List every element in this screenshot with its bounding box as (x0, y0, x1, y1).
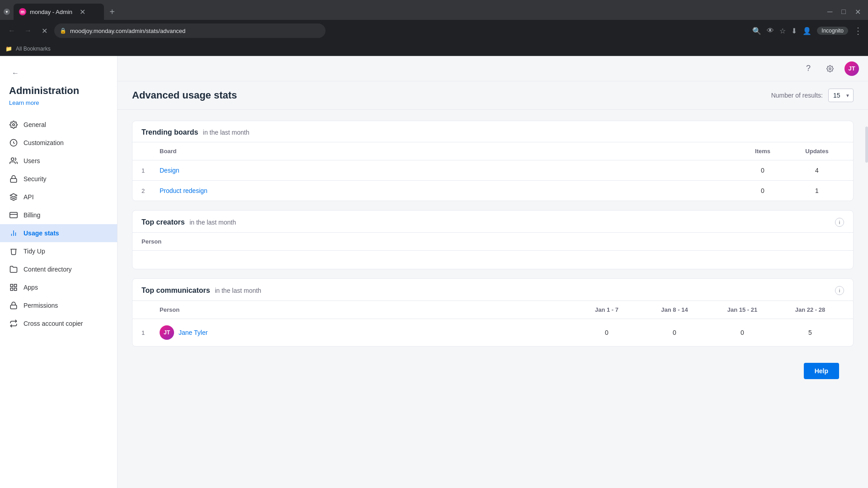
comm-jan15-col: Jan 15 - 21 (708, 306, 776, 313)
security-icon (9, 174, 18, 183)
bookmarks-folder-icon: 📁 (5, 46, 12, 52)
browser-chrome: ▼ m monday - Admin ✕ + ─ □ ✕ ← → ✕ 🔒 moo… (0, 0, 868, 56)
general-icon (9, 120, 18, 129)
svg-rect-10 (10, 284, 13, 286)
browser-tab-bar: ▼ m monday - Admin ✕ + ─ □ ✕ (0, 0, 868, 20)
sidebar-item-apps[interactable]: Apps (0, 278, 117, 296)
users-icon (9, 156, 18, 165)
top-creators-table-header: Person (132, 233, 853, 251)
product-redesign-items: 0 (736, 187, 790, 194)
svg-rect-11 (14, 284, 17, 286)
cross-account-label: Cross account copier (24, 320, 83, 327)
sidebar-item-security[interactable]: Security (0, 170, 117, 188)
sidebar-item-permissions[interactable]: Permissions (0, 296, 117, 314)
main-content: ? JT Advanced usage stats Number of resu… (118, 56, 868, 488)
svg-rect-5 (10, 212, 18, 218)
sidebar-item-customization[interactable]: Customization (0, 134, 117, 152)
search-icon[interactable]: 🔍 (752, 27, 761, 35)
jane-jan22: 5 (776, 329, 844, 336)
content-directory-label: Content directory (24, 266, 72, 273)
sidebar-back-btn[interactable]: ← (9, 67, 22, 80)
svg-point-15 (829, 68, 831, 70)
user-avatar-topbar[interactable]: JT (844, 61, 859, 76)
table-row: 1 JT Jane Tyler 0 0 0 5 (132, 319, 853, 346)
maximize-btn[interactable]: □ (841, 8, 846, 16)
active-tab[interactable]: m monday - Admin ✕ (14, 4, 104, 20)
top-creators-empty (132, 251, 853, 269)
apps-icon (9, 283, 18, 292)
bookmarks-label[interactable]: All Bookmarks (16, 46, 51, 52)
customization-icon (9, 138, 18, 147)
download-icon[interactable]: ⬇ (791, 27, 797, 35)
comm-person-col: Person (160, 306, 573, 313)
forward-btn[interactable]: → (22, 24, 34, 37)
profile-icon[interactable]: 👤 (802, 27, 811, 35)
sidebar-header: ← Administration Learn more (0, 56, 117, 112)
sidebar-item-general[interactable]: General (0, 116, 117, 134)
tidy-up-icon (9, 247, 18, 256)
sidebar-item-usage-stats[interactable]: Usage stats (0, 224, 117, 242)
help-topbar-icon[interactable]: ? (801, 61, 816, 76)
bookmark-icon[interactable]: ☆ (779, 27, 786, 35)
reload-btn[interactable]: ✕ (38, 24, 51, 37)
table-row: 1 Design 0 4 (132, 160, 853, 181)
usage-stats-label: Usage stats (24, 230, 59, 237)
rank-col-header (142, 148, 160, 155)
comm-jan8-col: Jan 8 - 14 (641, 306, 708, 313)
minimize-btn[interactable]: ─ (827, 8, 832, 16)
top-communicators-info-icon[interactable]: i (835, 286, 844, 295)
billing-label: Billing (24, 211, 40, 219)
top-communicators-header: Top communicators in the last month i (132, 279, 853, 301)
row-rank-1: 1 (142, 167, 160, 174)
extensions-icon[interactable]: ⋮ (854, 25, 863, 36)
content-directory-icon (9, 265, 18, 274)
jane-tyler-link[interactable]: Jane Tyler (179, 329, 208, 336)
settings-topbar-icon[interactable] (823, 61, 837, 76)
trending-boards-sub: in the last month (203, 129, 250, 136)
tab-list-btn[interactable]: ▼ (4, 9, 10, 15)
url-display: moodjoy.monday.com/admin/stats/advanced (70, 28, 185, 34)
apps-label: Apps (24, 284, 38, 291)
help-section: Help (132, 356, 854, 386)
users-label: Users (24, 157, 40, 164)
results-select-wrapper[interactable]: 5 10 15 25 50 (828, 89, 854, 102)
sidebar-nav: General Customization Users Security (0, 112, 117, 488)
reader-icon[interactable]: 👁 (767, 27, 774, 35)
top-communicators-card: Top communicators in the last month i Pe… (132, 278, 854, 347)
sidebar-item-api[interactable]: API (0, 188, 117, 206)
new-tab-btn[interactable]: + (106, 5, 118, 18)
top-creators-title-area: Top creators in the last month (142, 218, 236, 226)
security-label: Security (24, 175, 47, 183)
jane-jan8: 0 (641, 329, 708, 336)
page-actions: Number of results: 5 10 15 25 50 (771, 89, 854, 102)
sidebar-item-users[interactable]: Users (0, 152, 117, 170)
close-window-btn[interactable]: ✕ (855, 8, 861, 16)
sidebar-item-billing[interactable]: Billing (0, 206, 117, 224)
comm-jan22-col: Jan 22 - 28 (776, 306, 844, 313)
incognito-badge: Incognito (817, 27, 848, 35)
items-col-header: Items (736, 148, 790, 155)
help-button[interactable]: Help (804, 363, 839, 379)
top-creators-info-icon[interactable]: i (835, 218, 844, 227)
svg-point-2 (11, 158, 14, 160)
bookmarks-bar: 📁 All Bookmarks (0, 42, 868, 56)
sidebar-item-content-directory[interactable]: Content directory (0, 260, 117, 278)
tab-close-btn[interactable]: ✕ (80, 8, 85, 16)
board-product-redesign-link[interactable]: Product redesign (160, 187, 736, 194)
results-select[interactable]: 5 10 15 25 50 (828, 89, 854, 102)
board-design-link[interactable]: Design (160, 167, 736, 174)
top-communicators-title: Top communicators (142, 286, 210, 294)
customization-label: Customization (24, 139, 64, 146)
back-btn[interactable]: ← (5, 24, 18, 37)
api-icon (9, 192, 18, 202)
lock-icon: 🔒 (60, 28, 66, 34)
billing-icon (9, 211, 18, 220)
product-redesign-updates: 1 (790, 187, 844, 194)
top-bar: ? JT (118, 56, 868, 81)
top-creators-header: Top creators in the last month i (132, 211, 853, 233)
sidebar: ← Administration Learn more General Cust… (0, 56, 118, 488)
sidebar-item-cross-account-copier[interactable]: Cross account copier (0, 314, 117, 333)
learn-more-link[interactable]: Learn more (9, 99, 39, 106)
address-bar[interactable]: 🔒 moodjoy.monday.com/admin/stats/advance… (54, 23, 326, 38)
sidebar-item-tidy-up[interactable]: Tidy Up (0, 242, 117, 260)
